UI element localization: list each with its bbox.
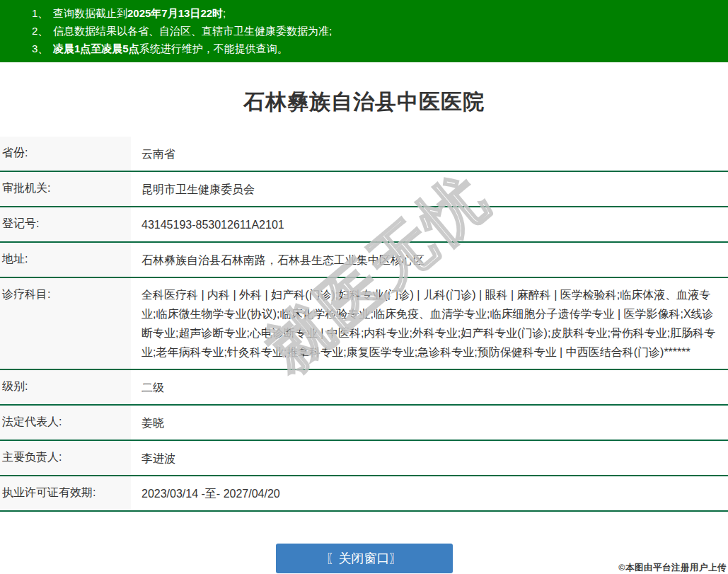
row-label-address: 地址: xyxy=(0,243,131,277)
table-row-person-in-charge: 主要负责人: 李进波 xyxy=(0,441,728,476)
row-value-person-in-charge: 李进波 xyxy=(131,441,728,475)
row-value-approval-authority: 昆明市卫生健康委员会 xyxy=(131,172,728,206)
table-row-province: 省份: 云南省 xyxy=(0,137,728,172)
row-value-legal-representative: 姜晓 xyxy=(131,406,728,440)
notice-line-2: 2、信息数据结果以各省、自治区、直辖市卫生健康委数据为准; xyxy=(0,22,728,40)
hospital-info-table: 省份: 云南省 审批机关: 昆明市卫生健康委员会 登记号: 43145193-8… xyxy=(0,137,728,512)
notice-line-2-text: 信息数据结果以各省、自治区、直辖市卫生健康委数据为准; xyxy=(53,25,332,37)
row-label-approval-authority: 审批机关: xyxy=(0,172,131,206)
notice-line-3-post: 系统进行维护，不能提供查询。 xyxy=(139,42,288,54)
row-value-license-validity: 2023/03/14 -至- 2027/04/20 xyxy=(131,476,728,510)
row-value-medical-subjects: 全科医疗科 | 内科 | 外科 | 妇产科(门诊);妇科专业(门诊) | 儿科(… xyxy=(131,278,728,369)
table-row-license-validity: 执业许可证有效期: 2023/03/14 -至- 2027/04/20 xyxy=(0,476,728,512)
notice-line-1-bold: 2025年7月13日22时 xyxy=(127,7,223,19)
notice-line-3: 3、凌晨1点至凌晨5点系统进行维护，不能提供查询。 xyxy=(0,40,728,57)
upload-credit-text: ©本图由平台注册用户上传 xyxy=(618,562,727,574)
close-window-button[interactable]: 〖关闭窗口〗 xyxy=(276,544,453,573)
row-value-level: 二级 xyxy=(131,370,728,404)
table-row-approval-authority: 审批机关: 昆明市卫生健康委员会 xyxy=(0,172,728,207)
row-label-medical-subjects: 诊疗科目: xyxy=(0,278,131,369)
table-row-registration-number: 登记号: 43145193-853012611A2101 xyxy=(0,207,728,243)
page-title: 石林彝族自治县中医医院 xyxy=(0,62,728,137)
notice-line-1: 1、查询数据截止到2025年7月13日22时; xyxy=(0,4,728,22)
row-label-registration-number: 登记号: xyxy=(0,207,131,241)
table-row-address: 地址: 石林彝族自治县石林南路，石林县生态工业集中区核心区 xyxy=(0,243,728,278)
notice-line-1-post: ; xyxy=(223,7,226,19)
row-label-person-in-charge: 主要负责人: xyxy=(0,441,131,475)
table-row-level: 级别: 二级 xyxy=(0,370,728,406)
notice-line-1-text: 查询数据截止到 xyxy=(53,7,127,19)
row-label-level: 级别: xyxy=(0,370,131,404)
notice-line-3-number: 3、 xyxy=(32,40,53,57)
row-value-address: 石林彝族自治县石林南路，石林县生态工业集中区核心区 xyxy=(131,243,728,277)
notice-line-1-number: 1、 xyxy=(32,4,53,22)
notice-line-3-bold: 凌晨1点至凌晨5点 xyxy=(53,42,139,54)
row-label-legal-representative: 法定代表人: xyxy=(0,406,131,440)
table-row-legal-representative: 法定代表人: 姜晓 xyxy=(0,406,728,441)
row-label-province: 省份: xyxy=(0,137,131,171)
notice-banner: 1、查询数据截止到2025年7月13日22时; 2、信息数据结果以各省、自治区、… xyxy=(0,0,728,62)
table-row-medical-subjects: 诊疗科目: 全科医疗科 | 内科 | 外科 | 妇产科(门诊);妇科专业(门诊)… xyxy=(0,278,728,370)
row-value-province: 云南省 xyxy=(131,137,728,171)
row-value-registration-number: 43145193-853012611A2101 xyxy=(131,207,728,241)
notice-line-2-number: 2、 xyxy=(32,22,53,40)
row-label-license-validity: 执业许可证有效期: xyxy=(0,476,131,510)
